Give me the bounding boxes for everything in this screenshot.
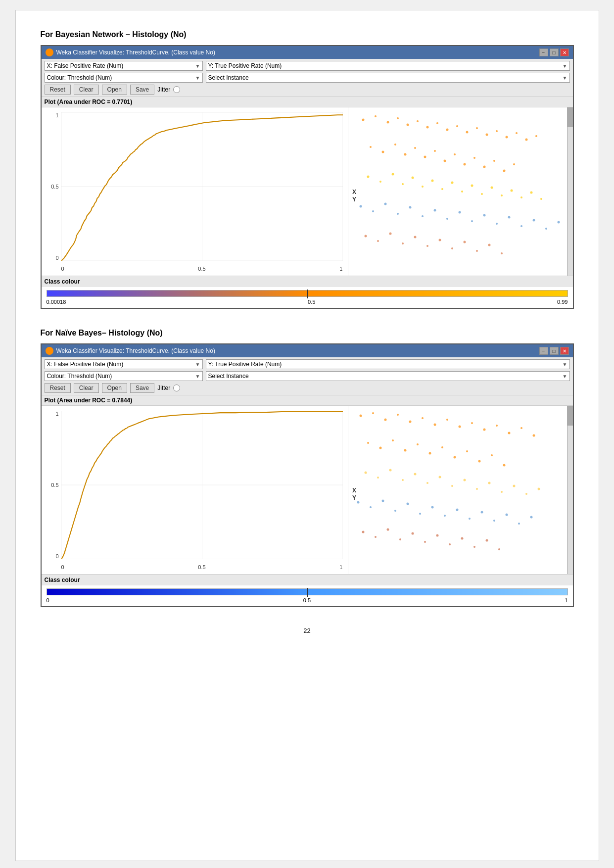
y-axis-dropdown-2[interactable]: Y: True Positive Rate (Num) ▼ <box>206 359 570 369</box>
svg-point-63 <box>433 209 436 212</box>
svg-point-73 <box>557 221 560 224</box>
section1-title: For Bayesian Network – Histology (No) <box>41 30 574 39</box>
svg-point-150 <box>530 516 532 519</box>
svg-point-110 <box>379 447 381 449</box>
svg-point-100 <box>433 424 436 426</box>
svg-point-122 <box>377 477 379 479</box>
svg-point-15 <box>456 125 458 127</box>
titlebar-controls-2[interactable]: − □ ✕ <box>539 347 569 355</box>
svg-point-19 <box>496 130 498 132</box>
colour-slider-labels-1: 0.00018 0.5 0.99 <box>47 299 568 305</box>
svg-point-8 <box>386 121 389 124</box>
roc-chart-1: 1 0.5 0 0 0.5 1 <box>42 107 348 276</box>
y-axis-arrow-2: ▼ <box>563 362 567 367</box>
weka-app-icon-1 <box>46 48 53 56</box>
svg-point-133 <box>513 485 515 487</box>
select-instance-dropdown-1[interactable]: Select Instance ▼ <box>206 73 570 83</box>
svg-point-94 <box>359 415 362 417</box>
titlebar-1: Weka Classifier Visualize: ThresholdCurv… <box>42 46 573 59</box>
svg-point-154 <box>399 538 401 540</box>
svg-point-37 <box>503 170 505 172</box>
save-button-2[interactable]: Save <box>130 383 154 393</box>
colour-dropdown-1[interactable]: Colour: Threshold (Num) ▼ <box>45 73 203 83</box>
save-button-1[interactable]: Save <box>130 85 154 95</box>
colour-slider-track-2[interactable] <box>47 588 568 595</box>
toolbar-row3-1: Reset Clear Open Save Jitter <box>45 85 570 95</box>
y-axis-dropdown-1[interactable]: Y: True Positive Rate (Num) ▼ <box>206 61 570 71</box>
svg-point-161 <box>485 539 488 542</box>
svg-point-7 <box>375 115 377 117</box>
svg-point-143 <box>444 515 446 517</box>
svg-point-107 <box>520 427 522 429</box>
svg-point-51 <box>490 187 493 189</box>
minimize-btn-2[interactable]: − <box>539 347 548 355</box>
colour-dropdown-2[interactable]: Colour: Threshold (Num) ▼ <box>45 371 203 381</box>
svg-point-141 <box>419 513 421 515</box>
svg-point-136 <box>357 501 359 504</box>
svg-point-105 <box>496 425 498 427</box>
svg-point-48 <box>461 191 463 193</box>
svg-point-103 <box>471 422 473 424</box>
x-axis-dropdown-1[interactable]: X: False Positive Rate (Num) ▼ <box>45 61 203 71</box>
toolbar-row2-1: Colour: Threshold (Num) ▼ Select Instanc… <box>45 73 570 83</box>
reset-button-1[interactable]: Reset <box>45 85 71 95</box>
reset-button-2[interactable]: Reset <box>45 383 71 393</box>
svg-point-97 <box>397 414 399 416</box>
jitter-circle-1[interactable] <box>173 86 180 93</box>
jitter-area-2: Jitter <box>157 385 180 391</box>
colour-arrow-1: ▼ <box>195 75 200 81</box>
toolbar-1: X: False Positive Rate (Num) ▼ Y: True P… <box>42 59 573 97</box>
scatter-panel-2: X Y <box>348 406 573 574</box>
close-btn-2[interactable]: ✕ <box>560 347 569 355</box>
select-instance-dropdown-2[interactable]: Select Instance ▼ <box>206 371 570 381</box>
restore-btn-1[interactable]: □ <box>550 48 559 56</box>
roc-svg-2 <box>61 411 343 559</box>
open-button-2[interactable]: Open <box>102 383 127 393</box>
window1-title: Weka Classifier Visualize: ThresholdCurv… <box>56 49 215 56</box>
roc-svg-1 <box>61 112 343 261</box>
svg-point-57 <box>359 205 362 208</box>
svg-point-101 <box>446 419 448 421</box>
open-button-1[interactable]: Open <box>102 85 127 95</box>
titlebar-2: Weka Classifier Visualize: ThresholdCurv… <box>42 344 573 357</box>
svg-point-17 <box>476 127 478 129</box>
svg-point-22 <box>525 139 527 141</box>
restore-btn-2[interactable]: □ <box>550 347 559 355</box>
svg-point-116 <box>453 456 456 459</box>
window2-title: Weka Classifier Visualize: ThresholdCurv… <box>56 347 215 354</box>
clear-button-2[interactable]: Clear <box>74 383 99 393</box>
select-instance-arrow-2: ▼ <box>563 374 567 379</box>
toolbar-row3-2: Reset Clear Open Save Jitter <box>45 383 570 393</box>
svg-point-14 <box>446 129 448 131</box>
class-colour-label-2: Class colour <box>42 574 573 585</box>
svg-point-28 <box>414 147 416 149</box>
svg-point-6 <box>362 119 364 121</box>
svg-point-112 <box>404 449 406 452</box>
svg-point-64 <box>446 218 448 220</box>
scatter-svg-1: X Y <box>348 107 573 276</box>
svg-point-69 <box>508 216 510 219</box>
svg-point-50 <box>481 193 483 195</box>
svg-point-53 <box>510 190 513 192</box>
titlebar-controls-1[interactable]: − □ ✕ <box>539 48 569 56</box>
minimize-btn-1[interactable]: − <box>539 48 548 56</box>
colour-slider-track-1[interactable] <box>47 290 568 297</box>
close-btn-1[interactable]: ✕ <box>560 48 569 56</box>
svg-point-98 <box>409 421 411 423</box>
select-instance-arrow-1: ▼ <box>563 75 567 81</box>
svg-point-44 <box>422 186 424 188</box>
svg-point-137 <box>370 506 372 508</box>
x-axis-dropdown-2[interactable]: X: False Positive Rate (Num) ▼ <box>45 359 203 369</box>
section2-title: For Naïve Bayes– Histology (No) <box>41 329 574 338</box>
svg-point-152 <box>375 536 377 538</box>
svg-point-39 <box>367 176 369 178</box>
titlebar-left-1: Weka Classifier Visualize: ThresholdCurv… <box>46 48 215 56</box>
svg-point-149 <box>518 523 520 525</box>
svg-text:X: X <box>352 487 356 494</box>
svg-point-77 <box>402 242 404 244</box>
svg-point-117 <box>466 450 468 452</box>
clear-button-1[interactable]: Clear <box>74 85 99 95</box>
svg-point-75 <box>377 240 379 242</box>
jitter-circle-2[interactable] <box>173 385 180 391</box>
svg-point-104 <box>483 429 485 431</box>
